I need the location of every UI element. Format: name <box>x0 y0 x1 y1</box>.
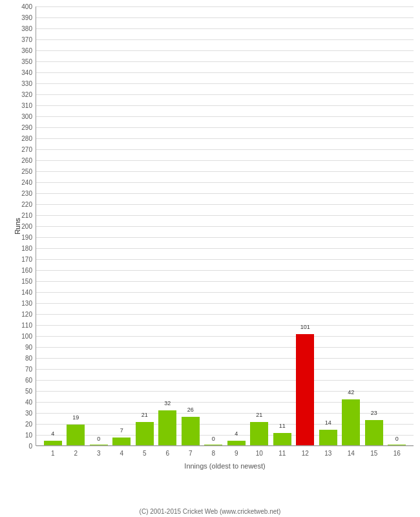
y-axis-title: Runs <box>14 218 21 235</box>
bar-group: 192 <box>65 6 88 445</box>
y-axis-label: 90 <box>12 344 32 351</box>
bar-value-label: 0 <box>395 436 399 442</box>
bar-group: 2110 <box>248 6 271 445</box>
bar: 42 <box>342 399 360 445</box>
bar: 0 <box>90 445 108 445</box>
y-axis-label: 10 <box>12 432 32 439</box>
y-axis-label: 100 <box>12 333 32 340</box>
bar: 101 <box>296 334 314 445</box>
y-axis-label: 230 <box>12 190 32 197</box>
bar: 19 <box>67 425 85 445</box>
y-axis-label: 60 <box>12 377 32 384</box>
y-axis-label: 330 <box>12 80 32 87</box>
bar-value-label: 11 <box>279 423 286 429</box>
y-axis-label: 120 <box>12 311 32 318</box>
x-axis-label: 9 <box>235 450 238 457</box>
y-axis-label: 360 <box>12 47 32 54</box>
bar-value-label: 42 <box>348 389 354 396</box>
bar-group: 2315 <box>362 6 386 445</box>
bar-value-label: 7 <box>120 427 123 434</box>
x-axis-label: 12 <box>302 450 309 457</box>
grid-line <box>36 446 414 447</box>
y-axis-label: 240 <box>12 179 32 186</box>
y-axis-label: 400 <box>12 3 32 10</box>
bar-value-label: 26 <box>187 406 194 413</box>
bar: 23 <box>365 420 383 445</box>
bar: 4 <box>227 441 246 445</box>
bar-group: 10112 <box>294 6 317 445</box>
y-axis-label: 110 <box>12 322 32 329</box>
y-axis-label: 390 <box>12 14 32 21</box>
y-axis-label: 180 <box>12 245 32 252</box>
bar-group: 4214 <box>340 6 363 445</box>
x-axis-label: 2 <box>74 450 78 457</box>
x-axis-label: 11 <box>278 450 286 457</box>
y-axis-label: 260 <box>12 157 32 164</box>
bar-value-label: 101 <box>300 324 310 330</box>
x-axis-label: 5 <box>143 450 147 457</box>
y-axis-label: 350 <box>12 58 32 65</box>
bar-group: 1111 <box>271 6 294 445</box>
x-axis-label: 13 <box>324 450 331 457</box>
bar-value-label: 14 <box>325 419 331 426</box>
chart-container: Runs 01020304050607080901001101201301401… <box>0 0 420 517</box>
y-axis-label: 170 <box>12 256 32 263</box>
y-axis-label: 20 <box>12 421 32 428</box>
bar: 21 <box>136 422 154 445</box>
y-axis-label: 250 <box>12 168 32 175</box>
x-axis-label: 4 <box>120 450 123 457</box>
y-axis-label: 310 <box>12 102 32 109</box>
bar-value-label: 0 <box>97 436 100 442</box>
y-axis-label: 40 <box>12 399 32 406</box>
y-axis-label: 50 <box>12 388 32 395</box>
y-axis-label: 30 <box>12 410 32 417</box>
y-axis-label: 300 <box>12 113 32 120</box>
bars-area: 4119203742153262670849211011111011214134… <box>36 6 414 445</box>
bar-group: 1413 <box>317 6 340 445</box>
footer: (C) 2001-2015 Cricket Web (www.cricketwe… <box>0 508 420 515</box>
y-axis-label: 290 <box>12 124 32 131</box>
y-axis-label: 270 <box>12 146 32 153</box>
bar-value-label: 23 <box>371 410 377 416</box>
bar-value-label: 0 <box>212 436 215 442</box>
bar-value-label: 4 <box>51 430 54 437</box>
y-axis-label: 130 <box>12 300 32 307</box>
bar-group: 267 <box>179 6 202 445</box>
x-axis-title: Innings (oldest to newest) <box>184 462 265 470</box>
y-axis-label: 340 <box>12 69 32 76</box>
y-axis-label: 380 <box>12 25 32 32</box>
bar-value-label: 19 <box>72 414 79 421</box>
x-axis-label: 6 <box>165 450 169 457</box>
bar-value-label: 21 <box>256 412 262 418</box>
bar: 11 <box>273 433 291 445</box>
bar: 14 <box>319 430 337 445</box>
y-axis-label: 70 <box>12 366 32 373</box>
x-axis-label: 14 <box>348 450 355 457</box>
y-axis-label: 280 <box>12 135 32 142</box>
x-axis-label: 8 <box>211 450 215 457</box>
bar-value-label: 4 <box>235 430 238 437</box>
bar-group: 326 <box>156 6 180 445</box>
bar-group: 016 <box>386 6 409 445</box>
y-axis-label: 80 <box>12 355 32 362</box>
y-axis-label: 370 <box>12 36 32 43</box>
x-axis-label: 10 <box>256 450 263 457</box>
bar-group: 03 <box>87 6 110 445</box>
bar-value-label: 21 <box>142 412 148 418</box>
chart-area: Runs 01020304050607080901001101201301401… <box>36 6 414 446</box>
bar: 26 <box>182 417 200 445</box>
x-axis-label: 7 <box>189 450 193 457</box>
bar: 4 <box>44 441 62 445</box>
bar-group: 215 <box>133 6 156 445</box>
bar: 21 <box>250 422 268 445</box>
x-axis-label: 1 <box>51 450 55 457</box>
y-axis-label: 160 <box>12 267 32 274</box>
y-axis-label: 140 <box>12 289 32 296</box>
y-axis-label: 320 <box>12 91 32 98</box>
y-axis-label: 150 <box>12 278 32 285</box>
bar-value-label: 32 <box>164 400 171 406</box>
bar-group: 08 <box>202 6 226 445</box>
x-axis-label: 16 <box>394 450 401 457</box>
bar: 32 <box>158 410 176 445</box>
bar: 7 <box>112 438 131 445</box>
